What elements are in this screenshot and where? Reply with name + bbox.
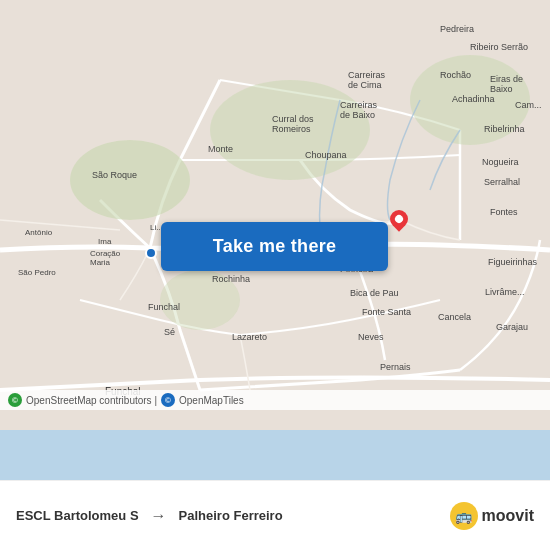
svg-text:Pernais: Pernais: [380, 362, 411, 372]
svg-text:de Cima: de Cima: [348, 80, 382, 90]
svg-text:Fontes: Fontes: [490, 207, 518, 217]
osm-icon: ©: [8, 393, 22, 407]
svg-text:Livrâme...: Livrâme...: [485, 287, 525, 297]
route-bar: ESCL Bartolomeu S → Palheiro Ferreiro 🚌 …: [0, 480, 550, 550]
moovit-icon: 🚌: [450, 502, 478, 530]
map-container: Pedreira Ribeiro Serrão Carreiras de Cim…: [0, 0, 550, 480]
svg-text:Coração: Coração: [90, 249, 121, 258]
omt-text: OpenMapTiles: [179, 395, 244, 406]
svg-text:Maria: Maria: [90, 258, 111, 267]
map-attribution: © OpenStreetMap contributors | © OpenMap…: [0, 390, 550, 410]
svg-text:Romeiros: Romeiros: [272, 124, 311, 134]
svg-text:Monte: Monte: [208, 144, 233, 154]
omt-icon: ©: [161, 393, 175, 407]
svg-point-2: [70, 140, 190, 220]
svg-text:Ribelrinha: Ribelrinha: [484, 124, 525, 134]
svg-text:Ima: Ima: [98, 237, 112, 246]
svg-text:Lazareto: Lazareto: [232, 332, 267, 342]
svg-text:Ribeiro Serrão: Ribeiro Serrão: [470, 42, 528, 52]
route-to-label: Palheiro Ferreiro: [179, 508, 283, 523]
svg-text:Curral dos: Curral dos: [272, 114, 314, 124]
moovit-logo: 🚌 moovit: [450, 502, 534, 530]
svg-text:Antônio: Antônio: [25, 228, 53, 237]
svg-text:Cam...: Cam...: [515, 100, 542, 110]
svg-text:Nogueira: Nogueira: [482, 157, 519, 167]
svg-text:Sé: Sé: [164, 327, 175, 337]
svg-text:Garajau: Garajau: [496, 322, 528, 332]
svg-text:Serralhal: Serralhal: [484, 177, 520, 187]
button-label: Take me there: [213, 236, 337, 257]
svg-text:Pedreira: Pedreira: [440, 24, 474, 34]
svg-text:Rochinha: Rochinha: [212, 274, 250, 284]
take-me-there-button[interactable]: Take me there: [161, 222, 388, 271]
svg-text:Baixo: Baixo: [490, 84, 513, 94]
svg-text:Funchal: Funchal: [148, 302, 180, 312]
svg-text:Rochão: Rochão: [440, 70, 471, 80]
svg-text:Bica de Pau: Bica de Pau: [350, 288, 399, 298]
svg-text:Carreiras: Carreiras: [340, 100, 378, 110]
route-from-label: ESCL Bartolomeu S: [16, 508, 139, 523]
svg-text:São Pedro: São Pedro: [18, 268, 56, 277]
svg-text:Neves: Neves: [358, 332, 384, 342]
attribution-text: OpenStreetMap contributors |: [26, 395, 157, 406]
route-start-marker: [145, 247, 157, 259]
svg-text:Figueirinhas: Figueirinhas: [488, 257, 538, 267]
svg-text:Fonte Santa: Fonte Santa: [362, 307, 411, 317]
svg-text:Carreiras: Carreiras: [348, 70, 386, 80]
moovit-text: moovit: [482, 507, 534, 525]
svg-text:São Roque: São Roque: [92, 170, 137, 180]
svg-text:Choupana: Choupana: [305, 150, 347, 160]
route-arrow-icon: →: [151, 507, 167, 525]
svg-text:de Baixo: de Baixo: [340, 110, 375, 120]
svg-text:Achadinha: Achadinha: [452, 94, 495, 104]
svg-text:Eiras de: Eiras de: [490, 74, 523, 84]
svg-text:Cancela: Cancela: [438, 312, 471, 322]
